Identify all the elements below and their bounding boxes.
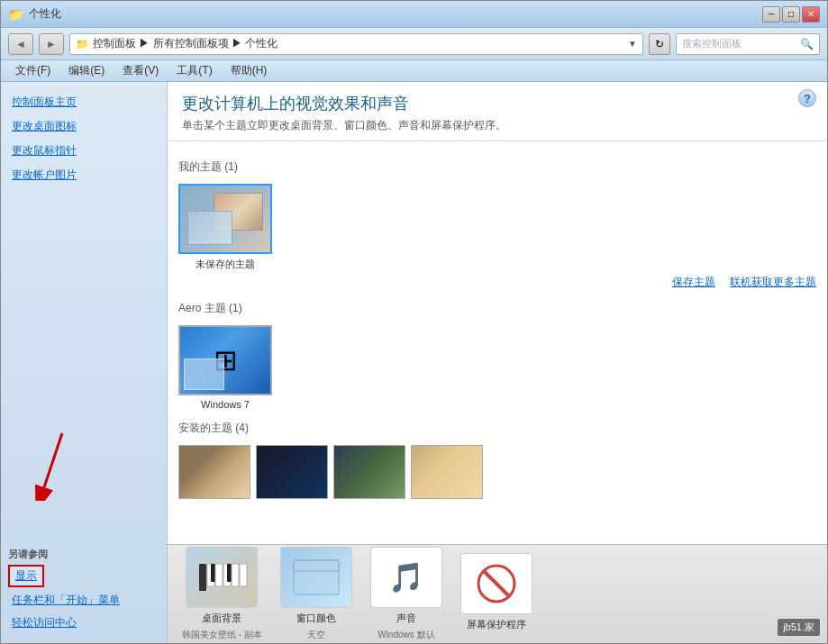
window: 📁 个性化 ─ □ ✕ ◄ ► 📁 控制面板 ▶ 所有控制面板项 ▶ 个性化 ▼: [0, 0, 828, 644]
theme-item-unsaved[interactable]: 未保存的主题: [178, 184, 272, 271]
thumb-overlay: [187, 211, 232, 245]
theme-thumb-unsaved[interactable]: [178, 184, 272, 254]
sidebar: 控制面板主页 更改桌面图标 更改鼠标指针 更改帐户图片 另请参阅 显示: [1, 82, 168, 643]
folder-icon: 📁: [8, 7, 23, 22]
sidebar-link-home[interactable]: 控制面板主页: [8, 93, 159, 112]
menu-file[interactable]: 文件(F): [8, 61, 58, 80]
svg-rect-2: [199, 564, 206, 591]
window-title: 个性化: [29, 6, 61, 22]
installed-theme-2[interactable]: [256, 445, 328, 499]
color-sublabel: 天空: [307, 629, 325, 641]
theme-item-win7[interactable]: ⊞ Windows 7: [178, 325, 272, 410]
sidebar-link-desktop-icons[interactable]: 更改桌面图标: [8, 117, 159, 136]
toolbar-item-screensaver[interactable]: 屏幕保护程序: [460, 553, 532, 635]
refresh-button[interactable]: ↻: [649, 33, 670, 55]
menu-help[interactable]: 帮助(H): [223, 61, 275, 80]
also-see-section: 另请参阅 显示 任务栏和「开始」菜单 轻松访问中心: [8, 548, 159, 632]
sidebar-link-display[interactable]: 显示: [8, 565, 44, 587]
menu-bar: 文件(F) 编辑(E) 查看(V) 工具(T) 帮助(H): [1, 60, 827, 82]
toolbar-item-background[interactable]: 桌面背景 韩国美女壁纸 - 副本: [182, 547, 262, 641]
red-arrow-annotation: [26, 429, 89, 501]
bottom-toolbar: 桌面背景 韩国美女壁纸 - 副本 窗口颜色 天空: [168, 544, 827, 643]
address-dropdown-icon[interactable]: ▼: [628, 39, 637, 49]
also-see-title: 另请参阅: [8, 548, 159, 561]
sound-sublabel: Windows 默认: [378, 629, 434, 641]
menu-edit[interactable]: 编辑(E): [61, 61, 112, 80]
win7-label: Windows 7: [201, 399, 250, 410]
back-icon: ◄: [15, 38, 26, 50]
search-icon[interactable]: 🔍: [800, 38, 814, 50]
background-icon-svg: [195, 559, 249, 595]
search-placeholder: 搜索控制面板: [682, 37, 796, 50]
main-title: 更改计算机上的视觉效果和声音: [182, 93, 813, 114]
sidebar-link-mouse[interactable]: 更改鼠标指针: [8, 141, 159, 160]
color-icon-svg: [289, 556, 343, 599]
close-icon: ✕: [807, 9, 814, 19]
main-panel: ? 更改计算机上的视觉效果和声音 单击某个主题立即更改桌面背景、窗口颜色、声音和…: [168, 82, 827, 643]
installed-theme-3[interactable]: [333, 445, 405, 499]
content-area: 控制面板主页 更改桌面图标 更改鼠标指针 更改帐户图片 另请参阅 显示: [1, 82, 827, 643]
svg-rect-9: [240, 564, 247, 586]
toolbar-item-color[interactable]: 窗口颜色 天空: [280, 547, 352, 641]
svg-rect-8: [232, 564, 239, 586]
sidebar-link-taskbar[interactable]: 任务栏和「开始」菜单: [8, 591, 159, 610]
address-field[interactable]: 📁 控制面板 ▶ 所有控制面板项 ▶ 个性化 ▼: [69, 33, 643, 55]
forward-icon: ►: [46, 38, 57, 50]
background-label: 桌面背景: [202, 612, 241, 625]
main-header: 更改计算机上的视觉效果和声音 单击某个主题立即更改桌面背景、窗口颜色、声音和屏幕…: [168, 82, 827, 141]
address-text: 控制面板 ▶ 所有控制面板项 ▶ 个性化: [93, 36, 624, 51]
installed-theme-1[interactable]: [178, 445, 250, 499]
save-link-row: 保存主题 联机获取更多主题: [178, 275, 816, 290]
maximize-icon: □: [788, 9, 794, 19]
svg-line-1: [44, 433, 62, 487]
background-icon-box[interactable]: [186, 547, 258, 608]
title-bar: 📁 个性化 ─ □ ✕: [1, 1, 827, 28]
sidebar-link-accessibility[interactable]: 轻松访问中心: [8, 613, 159, 632]
back-button[interactable]: ◄: [8, 33, 33, 55]
menu-view[interactable]: 查看(V): [115, 61, 166, 80]
background-sublabel: 韩国美女壁纸 - 副本: [182, 629, 262, 641]
color-icon-box[interactable]: [280, 547, 352, 608]
sound-icon: 🎵: [388, 560, 424, 594]
screensaver-icon-box[interactable]: [460, 553, 532, 614]
close-button[interactable]: ✕: [802, 6, 820, 23]
aero-themes-title: Aero 主题 (1): [178, 297, 816, 320]
title-bar-left: 📁 个性化: [8, 6, 61, 22]
minimize-icon: ─: [768, 9, 774, 19]
help-button[interactable]: ?: [798, 89, 816, 107]
thumb-win7-overlay: [184, 358, 224, 390]
maximize-button[interactable]: □: [782, 6, 800, 23]
svg-rect-11: [294, 560, 339, 571]
screensaver-label: 屏幕保护程序: [467, 618, 526, 631]
installed-themes-row: [178, 445, 816, 499]
sound-icon-box[interactable]: 🎵: [370, 547, 442, 608]
minimize-button[interactable]: ─: [762, 6, 780, 23]
toolbar-item-sound[interactable]: 🎵 声音 Windows 默认: [370, 547, 442, 641]
sound-label: 声音: [396, 612, 416, 625]
search-field[interactable]: 搜索控制面板 🔍: [676, 33, 820, 55]
aero-themes-grid: ⊞ Windows 7: [178, 325, 816, 410]
sidebar-link-account-pic[interactable]: 更改帐户图片: [8, 166, 159, 185]
menu-tools[interactable]: 工具(T): [169, 61, 219, 80]
folder-small-icon: 📁: [76, 38, 89, 50]
color-label: 窗口颜色: [296, 612, 336, 625]
title-bar-buttons: ─ □ ✕: [762, 6, 820, 23]
main-subtitle: 单击某个主题立即更改桌面背景、窗口颜色、声音和屏幕保护程序。: [182, 118, 813, 133]
themes-scroll[interactable]: 我的主题 (1) 未保存的主题 保存主题 联机获取更多主题 Aero: [168, 141, 827, 544]
my-themes-title: 我的主题 (1): [178, 156, 816, 178]
forward-button[interactable]: ►: [39, 33, 64, 55]
address-bar: ◄ ► 📁 控制面板 ▶ 所有控制面板项 ▶ 个性化 ▼ ↻ 搜索控制面板 🔍: [1, 28, 827, 60]
installed-themes-title: 安装的主题 (4): [178, 417, 816, 440]
svg-rect-5: [215, 564, 223, 586]
theme-thumb-win7[interactable]: ⊞: [178, 325, 272, 395]
save-theme-link[interactable]: 保存主题: [672, 275, 715, 290]
get-more-themes-link[interactable]: 联机获取更多主题: [730, 275, 816, 290]
unsaved-theme-label: 未保存的主题: [196, 258, 255, 271]
installed-theme-4[interactable]: [411, 445, 483, 499]
screensaver-icon-svg: [474, 561, 519, 606]
refresh-icon: ↻: [655, 38, 664, 50]
watermark: jb51.家: [778, 619, 820, 636]
my-themes-grid: 未保存的主题: [178, 184, 816, 271]
